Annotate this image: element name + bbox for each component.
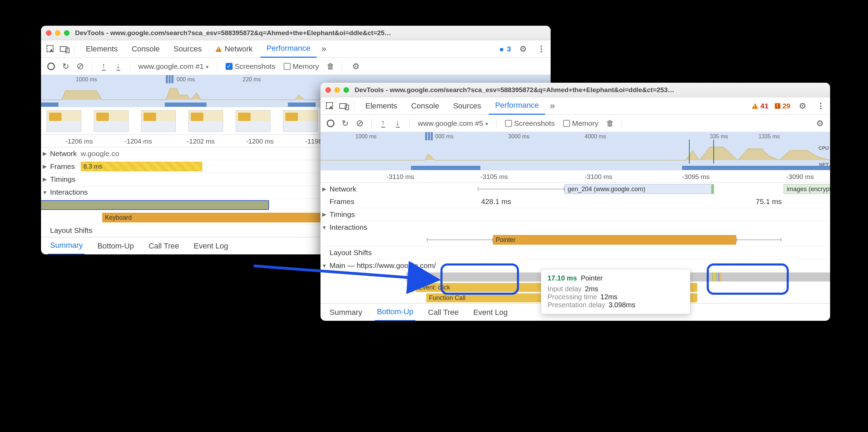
trash-icon[interactable] (604, 117, 616, 129)
upload-icon[interactable] (98, 60, 109, 72)
ruler-tick: -3105 ms (480, 173, 508, 181)
overview-timeline[interactable]: 1000 ms 000 ms 3000 ms 4000 ms 335 ms 13… (321, 132, 830, 170)
expand-icon[interactable]: ▶ (41, 150, 49, 157)
subtab-summary[interactable]: Summary (327, 304, 364, 321)
device-toggle-icon[interactable] (58, 43, 70, 55)
ruler-tick: -3100 ms (585, 173, 612, 181)
titlebar[interactable]: DevTools - www.google.com/search?sca_esv… (41, 26, 551, 40)
collapse-icon[interactable]: ▼ (321, 225, 328, 230)
subtab-event-log[interactable]: Event Log (192, 237, 230, 255)
device-toggle-icon[interactable] (337, 100, 349, 112)
subtab-bottom-up[interactable]: Bottom-Up (375, 304, 415, 321)
more-tabs-icon[interactable] (546, 100, 558, 112)
tab-performance[interactable]: Performance (260, 40, 317, 58)
clear-button[interactable] (74, 60, 86, 72)
profile-select[interactable]: www.google.com #1 (136, 62, 211, 71)
track-interactions[interactable]: ▼ Interactions (321, 221, 830, 234)
warnings-badge[interactable]: 41 (752, 102, 768, 110)
tab-network[interactable]: Network (209, 40, 259, 58)
interaction-pointer-bar[interactable]: Pointer (493, 235, 736, 245)
expand-icon[interactable]: ▶ (41, 163, 49, 170)
download-icon[interactable] (112, 60, 124, 72)
track-timings[interactable]: ▶ Timings (321, 208, 830, 221)
errors-badge[interactable]: 29 (775, 102, 790, 110)
frame-bar[interactable]: 8.3 ms (81, 162, 202, 171)
track-layout-shifts[interactable]: Layout Shifts (321, 246, 830, 259)
gear-icon[interactable] (797, 100, 809, 112)
minimize-icon[interactable] (334, 87, 340, 93)
upload-icon[interactable] (377, 117, 389, 129)
interaction-pointer-bar[interactable]: Pointer (41, 200, 269, 210)
profile-label: www.google.com #5 (418, 119, 483, 128)
tab-performance[interactable]: Performance (489, 97, 545, 115)
more-tabs-icon[interactable] (318, 43, 330, 55)
memory-checkbox[interactable]: Memory (281, 62, 322, 71)
panel-tabs: Elements Console Sources Network Perform… (41, 40, 551, 58)
net-request-bar[interactable]: images (encrypted (784, 184, 830, 194)
expand-icon[interactable]: ▶ (321, 186, 328, 192)
inspect-icon[interactable] (324, 100, 336, 112)
memory-checkbox[interactable]: Memory (560, 119, 601, 128)
track-network[interactable]: ▶ Network gen_204 (www.google.com) image… (321, 183, 830, 195)
record-button[interactable] (45, 60, 57, 72)
overview-tick: 335 ms (710, 133, 728, 140)
zoom-icon[interactable] (64, 30, 70, 36)
tab-console[interactable]: Console (405, 97, 446, 115)
reload-record-button[interactable] (339, 117, 351, 129)
net-request-label: images (encrypted (787, 186, 830, 193)
zoom-icon[interactable] (343, 87, 349, 93)
tab-sources[interactable]: Sources (167, 40, 208, 58)
checkbox-icon (505, 120, 512, 127)
trash-icon[interactable] (325, 60, 336, 72)
collapse-icon[interactable]: ▼ (41, 189, 49, 195)
screenshots-checkbox[interactable]: ✓ Screenshots (223, 62, 278, 71)
collapse-icon[interactable]: ▼ (321, 263, 328, 269)
track-label: Timings (49, 175, 101, 184)
capture-settings-icon[interactable] (814, 117, 826, 129)
reload-record-button[interactable] (60, 60, 72, 72)
titlebar[interactable]: DevTools - www.google.com/search?sca_esv… (321, 83, 830, 97)
interaction-tooltip: 17.10 ms Pointer Input delay2ms Processi… (541, 269, 690, 314)
screenshot-thumb[interactable] (141, 110, 176, 132)
screenshot-thumb[interactable] (188, 110, 223, 132)
keyboard-label: Keyboard (105, 214, 132, 221)
error-icon (775, 103, 780, 109)
clear-button[interactable] (354, 117, 366, 129)
minimize-icon[interactable] (55, 30, 60, 36)
issues-icon (500, 45, 505, 53)
capture-settings-icon[interactable] (350, 60, 362, 72)
net-request-bar[interactable]: gen_204 (www.google.com) (565, 184, 714, 194)
screenshot-thumb[interactable] (236, 110, 270, 132)
kebab-icon[interactable] (535, 43, 547, 55)
screenshot-thumb[interactable] (283, 110, 318, 132)
screenshot-thumb[interactable] (47, 110, 81, 132)
tab-console[interactable]: Console (125, 40, 166, 58)
gear-icon[interactable] (517, 43, 529, 55)
kebab-icon[interactable] (815, 100, 827, 112)
tooltip-val: 2ms (585, 285, 598, 293)
subtab-event-log[interactable]: Event Log (471, 304, 510, 321)
tab-sources[interactable]: Sources (447, 97, 487, 115)
download-icon[interactable] (392, 117, 404, 129)
close-icon[interactable] (46, 30, 51, 36)
subtab-bottom-up[interactable]: Bottom-Up (95, 237, 136, 255)
close-icon[interactable] (325, 87, 331, 93)
expand-icon[interactable]: ▶ (321, 211, 328, 218)
track-frames[interactable]: Frames 428.1 ms 75.1 ms (321, 195, 830, 208)
subtab-call-tree[interactable]: Call Tree (146, 237, 181, 255)
screenshots-checkbox[interactable]: Screenshots (502, 119, 558, 128)
record-button[interactable] (325, 117, 336, 129)
subtab-call-tree[interactable]: Call Tree (426, 304, 461, 321)
screenshot-thumb[interactable] (94, 110, 129, 132)
window-title: DevTools - www.google.com/search?sca_esv… (75, 29, 391, 37)
profile-select[interactable]: www.google.com #5 (415, 119, 491, 128)
caret-icon (206, 62, 209, 71)
tab-elements[interactable]: Elements (80, 40, 124, 58)
issues-badge[interactable]: 3 (500, 45, 511, 53)
tab-elements[interactable]: Elements (359, 97, 404, 115)
expand-icon[interactable]: ▶ (41, 176, 49, 182)
subtab-summary[interactable]: Summary (48, 237, 85, 255)
time-ruler[interactable]: -3110 ms -3105 ms -3100 ms -3095 ms -309… (321, 170, 830, 183)
inspect-icon[interactable] (44, 43, 56, 55)
memory-label: Memory (572, 119, 599, 128)
